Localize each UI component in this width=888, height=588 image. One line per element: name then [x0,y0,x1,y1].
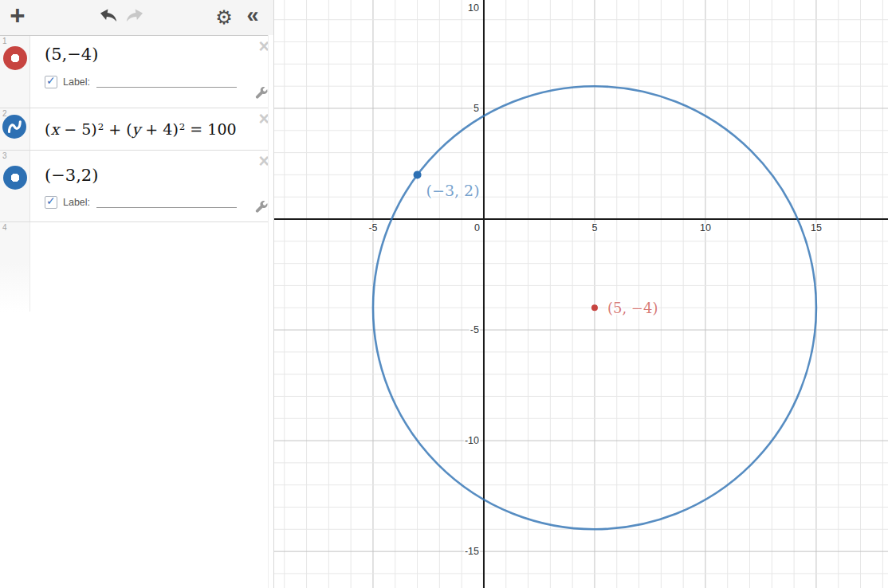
axis-tick-label: 10 [468,2,479,14]
expression-latex[interactable]: (5,−4) [45,45,273,64]
expression-gutter-3: 3 [0,151,30,221]
expression-sidebar: + ⚙︎ [0,0,274,588]
undo-icon [98,9,117,25]
expression-latex[interactable]: (−3,2) [45,166,273,185]
axis-tick-label: -5 [368,222,377,233]
wrench-icon[interactable] [255,86,269,103]
expression-gutter-1: 1 [0,36,30,108]
expression-number: 4 [2,223,7,232]
checkmark-icon: ✓ [46,74,56,87]
sidebar-scrollbar-track[interactable] [268,35,273,588]
label-checkbox[interactable]: ✓ [45,196,57,209]
expression-number: 2 [2,109,7,118]
expression-row-2: 2 (x − 5)2 + (y + 4)2 = 100 × [0,108,273,151]
expression-content-3[interactable]: (−3,2) × ✓ Label: [30,151,273,221]
graph-canvas[interactable]: -5051015105-5-10-15(5, −4)(−3, 2) [274,0,888,588]
axis-tick-label: 0 [474,222,480,233]
axis-tick-label: -5 [470,324,479,335]
expression-number: 3 [2,151,7,160]
gear-icon: ⚙︎ [215,6,233,29]
axis-tick-label: -10 [465,435,479,446]
expression-content-2[interactable]: (x − 5)2 + (y + 4)2 = 100 × [30,108,273,150]
curve-style-icon-blue[interactable] [2,115,26,139]
axis-tick-label: 15 [811,222,822,233]
axis-tick-label: 5 [591,222,597,233]
point-style-icon-red[interactable] [3,46,27,70]
redo-button[interactable] [118,0,153,34]
axis-tick-label: 10 [700,222,711,233]
plotted-point[interactable] [414,171,422,178]
label-option-row: ✓ Label: [45,194,273,210]
add-expression-button[interactable]: + [0,0,35,34]
label-checkbox-text: Label: [63,197,90,208]
wrench-icon[interactable] [255,200,269,217]
point-label: (−3, 2) [426,182,480,199]
collapse-sidebar-button[interactable]: « [235,0,270,34]
plotted-point[interactable] [591,304,598,311]
expression-row-3: 3 (−3,2) × ✓ Label: [0,151,273,222]
expression-gutter-4: 4 [0,222,30,312]
axis-tick-label: -15 [465,546,479,557]
expression-latex[interactable]: (x − 5)2 + (y + 4)2 = 100 [45,120,237,138]
collapse-chevrons-icon: « [246,3,258,28]
expression-content-4[interactable] [30,222,273,312]
point-style-icon-blue[interactable] [3,166,27,190]
label-input[interactable] [96,197,237,208]
point-label: (5, −4) [607,300,658,316]
expression-content-1[interactable]: (5,−4) × ✓ Label: [30,36,273,108]
expression-row-1: 1 (5,−4) × ✓ Label: [0,36,273,108]
checkmark-icon: ✓ [46,194,56,207]
label-option-row: ✓ Label: [45,74,273,90]
expression-gutter-2: 2 [0,108,30,150]
desmos-app: + ⚙︎ [0,0,888,588]
redo-icon [126,9,145,25]
label-checkbox-text: Label: [63,76,90,88]
label-input[interactable] [96,76,237,88]
label-checkbox[interactable]: ✓ [45,76,57,88]
graph-svg: -5051015105-5-10-15(5, −4)(−3, 2) [274,0,888,588]
sidebar-toolbar: + ⚙︎ [0,0,273,36]
axis-tick-label: 5 [473,103,479,114]
expression-number: 1 [2,37,7,45]
expression-row-4[interactable]: 4 [0,222,273,312]
